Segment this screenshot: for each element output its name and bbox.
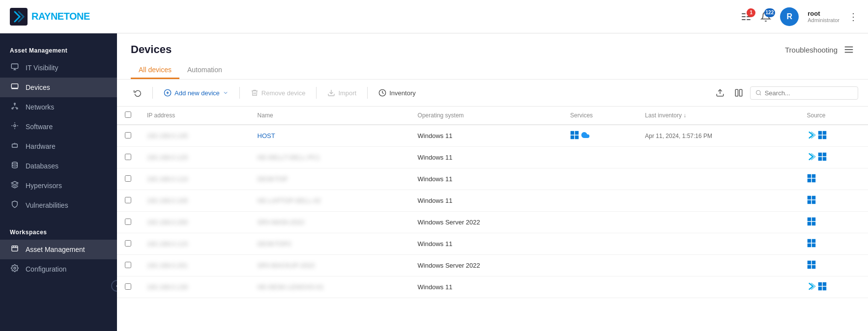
row-source [799, 147, 868, 168]
row-name[interactable]: DESKTOP2 [250, 233, 410, 255]
export-btn[interactable] [713, 85, 727, 100]
row-name[interactable]: HE-DESK-LENOVO-01 [250, 276, 410, 298]
sidebar-item-configuration[interactable]: Configuration [0, 259, 117, 279]
sidebar-item-it-visibility[interactable]: IT Visibility [0, 58, 117, 78]
sidebar-item-vulnerabilities[interactable]: Vulnerabilities [0, 195, 117, 215]
table-row: 192.168.0.200SRV-MAIN-2022Windows Server… [117, 212, 868, 233]
svg-rect-54 [807, 239, 811, 243]
windows-icon [818, 282, 827, 291]
svg-point-16 [14, 267, 16, 269]
toolbar-divider-4 [367, 87, 368, 99]
table-row: 192.168.0.110DESKTOPWindows 11 [117, 168, 868, 190]
row-checkbox[interactable] [125, 132, 131, 138]
more-btn[interactable]: ⋮ [848, 11, 858, 23]
user-role: Administrator [808, 17, 839, 23]
row-checkbox[interactable] [125, 175, 131, 182]
refresh-btn[interactable] [127, 85, 148, 100]
windows-icon [807, 195, 816, 204]
user-avatar[interactable]: R [780, 7, 799, 26]
th-ip: IP address [139, 107, 250, 125]
windows-icon [570, 131, 579, 139]
table-row: 192.168.0.120HE-DELLT-DELL-PC1Windows 11 [117, 147, 868, 168]
svg-rect-63 [822, 282, 826, 286]
svg-rect-5 [742, 19, 746, 20]
svg-rect-42 [807, 174, 811, 178]
row-ip: 192.168.0.145 [139, 125, 250, 147]
row-checkbox[interactable] [125, 219, 131, 225]
row-source [799, 276, 868, 298]
tab-automation[interactable]: Automation [179, 62, 230, 79]
sidebar-label-hypervisors: Hypervisors [26, 182, 62, 190]
sidebar-item-devices[interactable]: Devices [0, 78, 117, 97]
row-last-inventory: Apr 11, 2024, 1:57:16 PM [637, 125, 799, 147]
logo[interactable]: RAYNETONE [10, 8, 90, 26]
remove-device-btn[interactable]: Remove device [244, 85, 313, 100]
row-name[interactable]: HE-LAPTOP-DELL-02 [250, 190, 410, 212]
row-name[interactable]: SRV-BACKUP-2022 [250, 255, 410, 276]
th-last-inventory[interactable]: Last inventory ↓ [637, 107, 799, 125]
row-last-inventory [637, 168, 799, 190]
row-name[interactable]: DESKTOP [250, 168, 410, 190]
svg-rect-50 [807, 218, 811, 221]
svg-rect-1 [742, 13, 746, 14]
tab-all-devices[interactable]: All devices [131, 62, 179, 79]
svg-rect-36 [818, 136, 822, 139]
row-checkbox[interactable] [125, 240, 131, 247]
row-checkbox-cell [117, 255, 139, 276]
row-source [799, 168, 868, 190]
table-header: IP address Name Operating system Service… [117, 107, 868, 125]
svg-rect-35 [822, 131, 826, 135]
svg-rect-55 [811, 239, 815, 243]
row-ip: 192.168.0.120 [139, 147, 250, 168]
add-device-btn[interactable]: Add new device [157, 85, 235, 100]
svg-rect-27 [740, 89, 742, 96]
sidebar-item-hypervisors[interactable]: Hypervisors [0, 176, 117, 195]
chevron-down-icon [223, 90, 229, 96]
row-checkbox[interactable] [125, 197, 131, 203]
svg-rect-30 [571, 131, 575, 135]
row-os: Windows 11 [410, 168, 563, 190]
network-icon [10, 102, 20, 112]
svg-point-11 [16, 108, 18, 109]
search-input[interactable] [765, 89, 853, 97]
svg-point-28 [756, 90, 760, 94]
svg-rect-48 [807, 200, 811, 204]
row-checkbox[interactable] [125, 154, 131, 160]
devices-table: IP address Name Operating system Service… [117, 107, 868, 298]
raynet-icon [807, 282, 816, 291]
sidebar-item-hardware[interactable]: Hardware [0, 137, 117, 156]
sidebar-section-workspaces: Workspaces [0, 223, 117, 240]
row-name[interactable]: HE-DELLT-DELL-PC1 [250, 147, 410, 168]
import-btn[interactable]: Import [320, 85, 363, 100]
svg-rect-33 [575, 136, 579, 139]
sidebar-item-software[interactable]: Software [0, 117, 117, 137]
sidebar-item-asset-management[interactable]: Asset Management [0, 240, 117, 259]
search-box[interactable] [750, 86, 858, 100]
sidebar-item-databases[interactable]: Databases [0, 156, 117, 176]
raynet-icon [807, 131, 816, 139]
row-checkbox[interactable] [125, 262, 131, 268]
user-info: root Administrator [808, 10, 839, 23]
row-checkbox[interactable] [125, 283, 131, 290]
inventory-btn[interactable]: Inventory [372, 85, 422, 100]
sidebar-section-asset: Asset Management [0, 41, 117, 58]
windows-icon [807, 239, 816, 248]
sidebar-item-networks[interactable]: Networks [0, 97, 117, 117]
svg-rect-7 [11, 64, 18, 68]
refresh-icon [134, 89, 142, 97]
list-icon-btn[interactable]: 1 [741, 11, 752, 22]
columns-btn[interactable] [731, 85, 746, 100]
content-header: Devices Troubleshooting All devices Auto… [117, 33, 868, 80]
svg-rect-62 [818, 282, 822, 286]
row-os: Windows 11 [410, 147, 563, 168]
sidebar-collapse-btn[interactable]: ‹ [111, 280, 117, 292]
hardware-icon [10, 141, 20, 151]
svg-rect-57 [811, 244, 815, 248]
toolbar-divider-2 [239, 87, 240, 99]
row-name[interactable]: SRV-MAIN-2022 [250, 212, 410, 233]
main-layout: Asset Management IT Visibility Devices N… [0, 33, 868, 331]
hamburger-menu-btn[interactable] [843, 44, 854, 55]
row-name[interactable]: HOST [250, 125, 410, 147]
select-all-checkbox[interactable] [125, 111, 131, 118]
notification-btn[interactable]: 122 [760, 11, 771, 22]
